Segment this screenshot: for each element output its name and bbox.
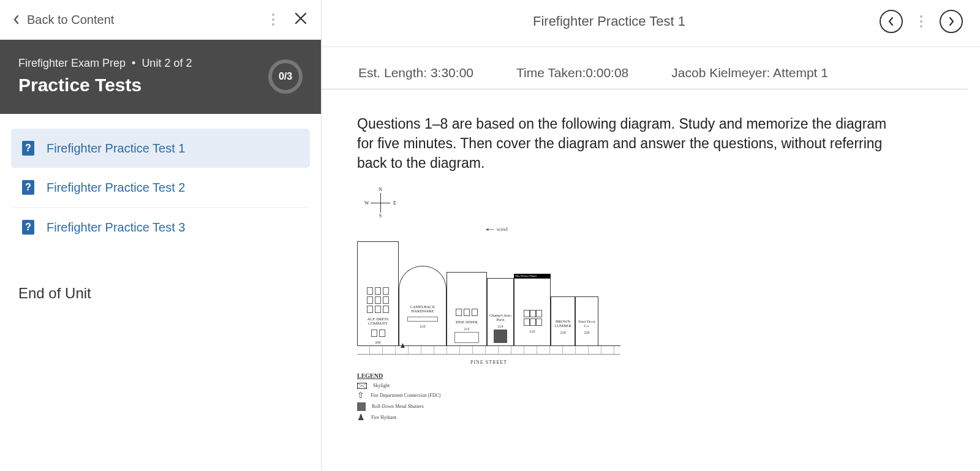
sidebar-top-actions	[270, 11, 307, 28]
building-dexter: The Dexter Hotel 216	[514, 274, 551, 345]
time-taken-value: 0:00:08	[586, 66, 628, 80]
sidewalk: ♟	[357, 346, 620, 355]
back-to-content-link[interactable]: Back to Content	[13, 13, 270, 27]
sidebar-item-test-3[interactable]: ? Firefighter Practice Test 3	[11, 208, 310, 247]
legend-label: Roll-Down Metal Shutters	[372, 404, 424, 409]
diagram: N S E W ◂── wind ACE DRESS COMPANY 206 C…	[357, 188, 620, 422]
building-addr: 210	[420, 325, 426, 328]
building-addr: 216	[530, 330, 535, 333]
test-item-label: Firefighter Practice Test 2	[47, 181, 185, 195]
unit-header-text: Firefighter Exam Prep • Unit 2 of 2 Prac…	[18, 57, 192, 96]
building-addr: 214	[498, 325, 503, 328]
building-label: BROWN LUMBER	[552, 319, 573, 328]
test-list: ? Firefighter Practice Test 1 ? Firefigh…	[0, 114, 321, 262]
time-taken: Time Taken:0:00:08	[516, 66, 628, 80]
main: Firefighter Practice Test 1 Est. Length:…	[322, 0, 980, 471]
test-item-label: Firefighter Practice Test 1	[47, 141, 185, 156]
wind-indicator: ◂── wind	[486, 226, 620, 232]
est-length: Est. Length: 3:30:00	[358, 66, 473, 80]
content-scroll[interactable]: Questions 1–8 are based on the following…	[322, 89, 980, 471]
back-label: Back to Content	[27, 13, 114, 27]
building-label: ACE DRESS COMPANY	[359, 317, 397, 325]
est-length-value: 3:30:00	[431, 66, 473, 80]
legend-title: LEGEND	[357, 372, 620, 379]
legend-row: Roll-Down Metal Shutters	[357, 402, 620, 411]
legend-row: ⇧ Fire Department Connection (FDC)	[357, 391, 620, 400]
legend-label: Skylight	[373, 383, 390, 388]
building-addr: 220	[584, 331, 590, 334]
unit-number: Unit 2 of 2	[141, 57, 192, 69]
test-item-label: Firefighter Practice Test 3	[47, 220, 185, 235]
legend-label: Fire Department Connection (FDC)	[371, 393, 440, 398]
time-taken-label: Time Taken:	[516, 66, 586, 80]
building-label: Steel Door Co.	[577, 319, 597, 328]
building-label: PINE DINER	[456, 320, 478, 324]
sidebar-item-test-1[interactable]: ? Firefighter Practice Test 1	[11, 129, 310, 168]
sidebar-top-bar: Back to Content	[0, 0, 321, 40]
next-button[interactable]	[940, 10, 963, 33]
compass-w: W	[364, 200, 369, 205]
end-of-unit-label: End of Unit	[0, 262, 321, 325]
building-champs: Champ's Auto Parts 214	[487, 278, 514, 345]
quiz-icon: ?	[22, 180, 34, 195]
unit-title: Practice Tests	[18, 75, 192, 96]
sidebar: Back to Content Firefighter Exam Prep • …	[0, 0, 322, 471]
legend-row: ♟ Fire Hydrant	[357, 413, 620, 422]
close-icon[interactable]	[294, 12, 307, 28]
more-menu-icon[interactable]	[270, 11, 277, 28]
skylight-icon	[357, 383, 367, 389]
question-instructions: Questions 1–8 are based on the following…	[357, 114, 896, 173]
building-ace: ACE DRESS COMPANY 206	[357, 241, 399, 345]
compass-icon: N S E W	[366, 188, 395, 217]
compass-e: E	[393, 200, 396, 205]
building-pine-diner: PINE DINER 212	[447, 272, 487, 345]
unit-meta: Firefighter Exam Prep • Unit 2 of 2	[18, 57, 192, 70]
more-menu-icon[interactable]	[918, 13, 925, 30]
building-label: CAMELBACK HARDWARE	[401, 304, 445, 313]
est-length-label: Est. Length:	[358, 66, 431, 80]
attempt-label: Jacob Kielmeyer: Attempt 1	[671, 66, 828, 80]
unit-header: Firefighter Exam Prep • Unit 2 of 2 Prac…	[0, 40, 321, 114]
building-addr: 218	[560, 331, 566, 334]
building-addr: 212	[464, 327, 470, 331]
building-steel: Steel Door Co. 220	[575, 296, 598, 345]
main-header: Firefighter Practice Test 1	[322, 0, 980, 47]
chevron-left-icon	[13, 15, 20, 24]
building-sign: The Dexter Hotel	[514, 274, 551, 278]
street-name: PINE STREET	[357, 360, 620, 365]
fire-hydrant-icon: ♟	[357, 413, 365, 422]
legend-row: Skylight	[357, 383, 620, 389]
building-label: Champ's Auto Parts	[489, 313, 512, 322]
page-title: Firefighter Practice Test 1	[339, 13, 880, 29]
fdc-icon: ⇧	[357, 391, 364, 400]
shutter-icon	[494, 330, 507, 343]
building-brown: BROWN LUMBER 218	[551, 296, 575, 345]
wind-label: wind	[497, 226, 508, 232]
building-addr: 206	[375, 341, 381, 344]
building-camelback: CAMELBACK HARDWARE 210	[399, 266, 447, 345]
shutter-icon	[357, 402, 366, 411]
buildings-row: ACE DRESS COMPANY 206 CAMELBACK HARDWARE…	[357, 236, 620, 346]
progress-ring: 0/3	[268, 59, 303, 94]
info-bar: Est. Length: 3:30:00 Time Taken:0:00:08 …	[322, 47, 968, 89]
fire-hydrant-icon: ♟	[400, 342, 405, 349]
compass-s: S	[379, 213, 382, 219]
compass-n: N	[379, 187, 382, 192]
prev-button[interactable]	[880, 10, 903, 33]
legend-label: Fire Hydrant	[371, 415, 396, 420]
sidebar-item-test-2[interactable]: ? Firefighter Practice Test 2	[11, 168, 310, 208]
main-header-actions	[880, 10, 963, 33]
course-name: Firefighter Exam Prep	[18, 57, 126, 69]
quiz-icon: ?	[22, 141, 34, 156]
arrow-left-icon: ◂──	[486, 226, 493, 232]
quiz-icon: ?	[22, 220, 34, 235]
